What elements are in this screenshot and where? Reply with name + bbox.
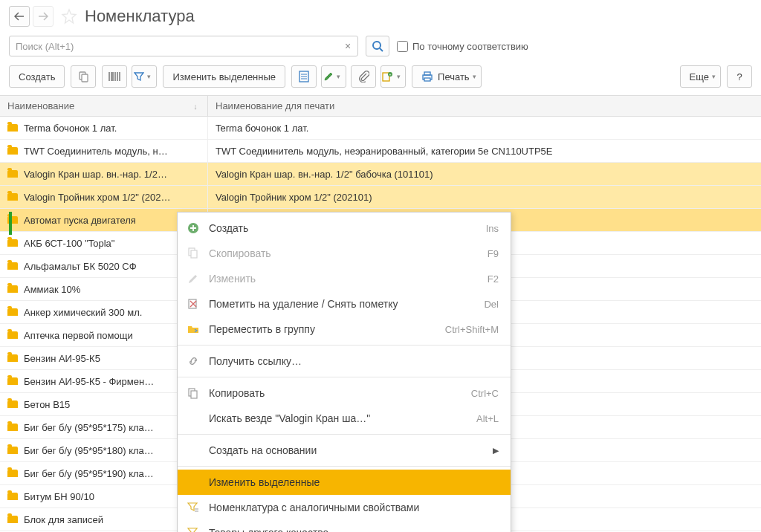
row-name-text: Анкер химический 300 мл. — [24, 307, 142, 318]
table-row[interactable]: Terma бочонок 1 лат.Terma бочонок 1 лат. — [0, 117, 761, 140]
menu-shortcut: Alt+L — [476, 413, 499, 424]
row-name-text: Аптечка первой помощи — [24, 330, 133, 341]
link-icon — [187, 354, 200, 368]
menu-shortcut: Ctrl+Shift+M — [445, 324, 499, 335]
svg-rect-19 — [191, 391, 197, 398]
current-row-marker — [9, 212, 12, 235]
row-name-text: Биг бег б/у (95*95*175) кла… — [24, 422, 154, 433]
change-selected-button[interactable]: Изменить выделенные — [163, 65, 285, 88]
svg-rect-16 — [191, 250, 197, 258]
row-name-text: Биг бег б/у (95*95*180) кла… — [24, 445, 154, 456]
report-button[interactable] — [291, 65, 317, 88]
folder-icon — [7, 285, 18, 293]
context-menu-item[interactable]: СоздатьIns — [178, 215, 511, 241]
cell-name: Valogin Тройник хром 1/2" (202… — [0, 186, 208, 208]
table-row[interactable]: Valogin Кран шар. вн.-нар. 1/2…Valogin К… — [0, 163, 761, 186]
folder-icon — [7, 354, 18, 362]
context-menu-item[interactable]: КопироватьCtrl+C — [178, 380, 511, 406]
table-row[interactable]: Valogin Тройник хром 1/2" (202…Valogin Т… — [0, 186, 761, 209]
cell-print-name: Valogin Тройник хром 1/2" (202101) — [208, 192, 761, 203]
context-menu-item[interactable]: Изменить выделенные — [178, 470, 511, 495]
table-row[interactable]: TWT Соедиинитель модуль, н…TWT Соедиинит… — [0, 140, 761, 163]
menu-item-label: Получить ссылку… — [209, 355, 499, 367]
chevron-down-icon: ▾ — [397, 73, 401, 80]
copy-item-button[interactable] — [71, 65, 96, 88]
row-name-text: TWT Соедиинитель модуль, н… — [24, 146, 168, 157]
page-title: Номенклатура — [85, 7, 195, 26]
more-label: Еще — [690, 71, 709, 82]
svg-rect-17 — [189, 299, 196, 308]
context-menu-item[interactable]: Создать на основании▶ — [178, 438, 511, 463]
context-menu-item[interactable]: Пометить на удаление / Снять пометкуDel — [178, 291, 511, 317]
folder-icon — [7, 424, 18, 431]
create-button[interactable]: Создать — [9, 65, 65, 88]
folder-icon — [7, 262, 18, 270]
folder-icon — [7, 239, 18, 247]
attachment-button[interactable] — [351, 65, 376, 88]
exact-match-checkbox[interactable] — [397, 41, 408, 52]
menu-item-label: Номенклатура с аналогичными свойствами — [209, 502, 499, 513]
filter-button[interactable]: ▾ — [132, 65, 157, 88]
search-box: × — [9, 36, 358, 56]
row-name-text: Valogin Кран шар. вн.-нар. 1/2… — [24, 169, 167, 180]
context-menu-item[interactable]: Товары другого качества — [178, 520, 511, 532]
menu-separator — [178, 434, 511, 435]
context-menu-item[interactable]: Получить ссылку… — [178, 348, 511, 374]
svg-line-1 — [380, 48, 383, 51]
row-name-text: Аммиак 10% — [24, 284, 80, 295]
cell-name: Valogin Кран шар. вн.-нар. 1/2… — [0, 163, 208, 185]
help-button[interactable]: ? — [727, 65, 752, 88]
create-based-button[interactable]: + ▾ — [380, 65, 406, 88]
folder-icon — [7, 147, 18, 155]
svg-rect-12 — [424, 72, 430, 75]
search-clear-button[interactable]: × — [340, 39, 355, 53]
menu-separator — [178, 377, 511, 377]
pencil-icon — [187, 272, 200, 285]
edit-pen-button[interactable]: ▾ — [321, 65, 346, 88]
folder-icon — [7, 124, 18, 132]
row-name-text: Блок для записей — [24, 514, 103, 525]
cell-print-name: Terma бочонок 1 лат. — [208, 123, 761, 134]
blank-icon — [187, 476, 200, 489]
favorite-star-icon[interactable] — [61, 8, 77, 25]
search-input[interactable] — [9, 36, 358, 56]
folder-icon — [7, 377, 18, 385]
row-name-text: АКБ 6СТ-100 "Topla" — [24, 238, 114, 249]
context-menu-item[interactable]: Номенклатура с аналогичными свойствами — [178, 495, 511, 520]
svg-rect-13 — [424, 78, 430, 81]
more-button[interactable]: Еще ▾ — [680, 65, 721, 88]
menu-item-label: Изменить — [209, 273, 479, 285]
folder-icon — [7, 193, 18, 201]
folder-icon — [7, 170, 18, 178]
search-execute-button[interactable] — [366, 36, 389, 56]
folder-icon — [7, 308, 18, 316]
table-header: Наименование Наименование для печати — [0, 96, 761, 117]
plus-circle-icon — [187, 221, 200, 235]
row-name-text: Valogin Тройник хром 1/2" (202… — [24, 192, 171, 203]
exact-match-checkbox-row[interactable]: По точному соответствию — [397, 41, 528, 52]
column-header-name[interactable]: Наименование — [0, 96, 208, 116]
menu-item-label: Создать — [209, 222, 477, 234]
filter-list-icon — [187, 501, 200, 514]
menu-item-label: Товары другого качества — [209, 527, 499, 532]
blank-icon — [187, 444, 200, 457]
context-menu-item: ИзменитьF2 — [178, 266, 511, 291]
menu-separator — [178, 466, 511, 467]
chevron-down-icon: ▾ — [712, 73, 716, 80]
print-button[interactable]: Печать ▾ — [412, 65, 482, 88]
nav-forward-button[interactable] — [33, 6, 54, 27]
menu-item-label: Копировать — [209, 387, 462, 399]
filter-stack-icon — [187, 526, 200, 532]
menu-item-label: Переместить в группу — [209, 323, 436, 335]
barcode-button[interactable] — [102, 65, 127, 88]
context-menu-item[interactable]: Искать везде "Valogin Кран ша…"Alt+L — [178, 406, 511, 431]
folder-icon — [7, 470, 18, 477]
nav-back-button[interactable] — [9, 6, 30, 27]
cell-name: Terma бочонок 1 лат. — [0, 117, 208, 139]
column-header-print-name[interactable]: Наименование для печати — [208, 100, 761, 111]
row-name-text: Terma бочонок 1 лат. — [24, 123, 117, 134]
context-menu-item[interactable]: Переместить в группуCtrl+Shift+M — [178, 317, 511, 342]
menu-separator — [178, 345, 511, 346]
search-row: × По точному соответствию — [0, 33, 761, 62]
menu-item-label: Искать везде "Valogin Кран ша…" — [209, 412, 467, 424]
